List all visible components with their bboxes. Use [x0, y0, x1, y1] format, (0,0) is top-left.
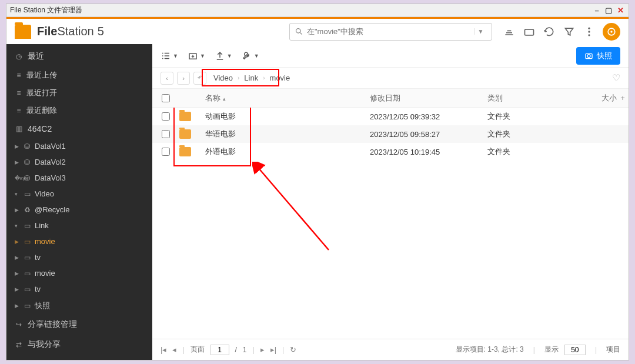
select-all-checkbox[interactable] — [162, 94, 170, 102]
column-header-size[interactable]: 大小 — [570, 93, 617, 103]
chevron-right-icon: ▶ — [15, 255, 19, 261]
per-page-input[interactable] — [564, 345, 586, 355]
tools-button[interactable]: ▼ — [242, 51, 259, 61]
disk-icon: ⛁ — [23, 158, 31, 166]
row-checkbox[interactable] — [162, 130, 170, 138]
header-action-icons — [503, 23, 620, 41]
folder-icon: ▭ — [23, 238, 31, 246]
recycle-icon: ♻ — [23, 206, 31, 214]
folder-icon: ▭ — [23, 269, 31, 278]
nav-back-button[interactable]: ‹ — [161, 72, 173, 85]
disk-icon: ⛁ — [23, 174, 31, 182]
filter-icon[interactable] — [563, 25, 576, 38]
sidebar-item-tv[interactable]: ▶▭tv — [6, 281, 152, 297]
chevron-right-icon: ▶ — [15, 286, 19, 292]
chevron-right-icon: ▶ — [15, 271, 19, 276]
annotation-box-breadcrumb — [202, 69, 279, 86]
window-titlebar[interactable]: File Station 文件管理器 – ▢ ✕ — [6, 4, 629, 17]
svg-point-5 — [588, 34, 590, 36]
page-number-input[interactable] — [210, 345, 229, 355]
search-box[interactable]: ▼ — [289, 23, 492, 41]
file-list-header: 名称▴ 修改日期 类别 大小 + — [152, 89, 629, 108]
window-title: File Station 文件管理器 — [10, 5, 82, 15]
content-pane: ▼ ▼ ▼ ▼ 快照 ‹ › ↶ Video › Link › movie ♡ — [152, 44, 629, 360]
file-list-body: 动画电影 2023/12/05 09:39:32 文件夹 华语电影 2023/1… — [152, 108, 629, 339]
sidebar-item-datavol1[interactable]: ▶⛁DataVol1 — [6, 138, 152, 154]
content-toolbar: ▼ ▼ ▼ ▼ 快照 — [152, 44, 629, 68]
upload-button[interactable]: ▼ — [215, 51, 232, 61]
svg-point-7 — [610, 31, 612, 32]
app-logo-icon — [15, 25, 31, 39]
main-body: ◷最近 ≡最近上传 ≡最近打开 ≡最近删除 ▥464C2 ▶⛁DataVol1 … — [6, 44, 629, 360]
create-button[interactable]: ▼ — [188, 51, 205, 61]
row-checkbox[interactable] — [162, 148, 170, 156]
favorite-icon[interactable]: ♡ — [612, 72, 620, 84]
svg-point-4 — [588, 31, 590, 32]
pagination-footer: |◂ ◂ | 页面 /1 | ▸ ▸| | ↻ 显示项目: 1-3, 总计: 3… — [152, 339, 629, 360]
sidebar-item-datavol3[interactable]: �күн⛁DataVol3 — [6, 170, 152, 186]
folder-icon: ▭ — [23, 190, 31, 198]
sidebar-item-movie[interactable]: ▶▭movie — [6, 265, 152, 281]
window-maximize-button[interactable]: ▢ — [604, 6, 613, 15]
list-icon: ≡ — [15, 89, 23, 97]
sidebar-item-snapshot[interactable]: ▶▭快照 — [6, 297, 152, 315]
share-icon: ↪ — [15, 320, 23, 329]
chevron-right-icon: ▶ — [15, 159, 19, 165]
chevron-right-icon: ▶ — [15, 239, 19, 245]
chevron-down-icon: �күн — [15, 175, 19, 181]
chevron-right-icon: ▶ — [15, 303, 19, 309]
chevron-right-icon: ▶ — [15, 143, 19, 149]
snapshot-button[interactable]: 快照 — [576, 47, 620, 65]
sidebar-item-recycle[interactable]: ▶♻@Recycle — [6, 202, 152, 218]
breadcrumb-bar: ‹ › ↶ Video › Link › movie ♡ — [152, 68, 629, 89]
smart-share-icon[interactable] — [523, 25, 536, 38]
page-prev-button[interactable]: ◂ — [172, 345, 176, 354]
page-refresh-button[interactable]: ↻ — [290, 345, 296, 354]
view-mode-button[interactable]: ▼ — [161, 51, 178, 61]
row-checkbox[interactable] — [162, 112, 170, 121]
folder-icon: ▭ — [23, 285, 31, 293]
sidebar-section-webdav[interactable]: ◉WebDAV — [6, 355, 152, 360]
remote-mount-icon[interactable] — [503, 25, 516, 38]
status-item-count: 显示项目: 1-3, 总计: 3 — [456, 345, 524, 355]
search-input[interactable] — [307, 27, 470, 36]
page-first-button[interactable]: |◂ — [161, 345, 166, 354]
column-header-type[interactable]: 类别 — [487, 93, 570, 103]
sidebar-tree[interactable]: ◷最近 ≡最近上传 ≡最近打开 ≡最近删除 ▥464C2 ▶⛁DataVol1 … — [6, 44, 152, 360]
add-column-button[interactable]: + — [617, 93, 629, 102]
sidebar-item-recent-open[interactable]: ≡最近打开 — [6, 84, 152, 102]
column-header-modified[interactable]: 修改日期 — [370, 93, 487, 103]
window-minimize-button[interactable]: – — [592, 6, 601, 15]
annotation-box-folders — [173, 108, 251, 166]
sidebar-item-link[interactable]: ▾▭Link — [6, 218, 152, 233]
column-header-name[interactable]: 名称▴ — [205, 93, 370, 103]
app-logo-text: FileStation5 — [37, 25, 104, 38]
people-icon: ⇄ — [15, 340, 23, 349]
sidebar-item-datavol2[interactable]: ▶⛁DataVol2 — [6, 154, 152, 170]
sidebar-section-host[interactable]: ▥464C2 — [6, 119, 152, 138]
search-dropdown-toggle[interactable]: ▼ — [474, 28, 487, 35]
sidebar-item-tv-link[interactable]: ▶▭tv — [6, 249, 152, 265]
server-icon: ▥ — [15, 125, 23, 133]
clock-icon: ◷ — [15, 52, 23, 61]
svg-rect-2 — [525, 29, 534, 35]
page-last-button[interactable]: ▸| — [270, 345, 276, 354]
list-icon: ≡ — [15, 106, 23, 115]
sidebar-item-video[interactable]: ▾▭Video — [6, 186, 152, 202]
more-menu-icon[interactable] — [583, 25, 596, 38]
folder-icon: ▭ — [23, 222, 31, 230]
sidebar-section-sharelink[interactable]: ↪分享链接管理 — [6, 315, 152, 335]
sidebar-section-shared-with-me[interactable]: ⇄与我分享 — [6, 335, 152, 355]
svg-line-11 — [258, 168, 329, 250]
refresh-icon[interactable] — [543, 25, 556, 38]
network-media-icon[interactable] — [603, 23, 620, 41]
sidebar-section-recent[interactable]: ◷最近 — [6, 46, 152, 66]
sidebar-item-recent-delete[interactable]: ≡最近删除 — [6, 102, 152, 119]
page-next-button[interactable]: ▸ — [260, 345, 265, 354]
sidebar-item-recent-upload[interactable]: ≡最近上传 — [6, 66, 152, 84]
nav-forward-button[interactable]: › — [177, 72, 190, 85]
sidebar-item-movie-link[interactable]: ▶▭movie — [6, 233, 152, 249]
window-close-button[interactable]: ✕ — [616, 6, 625, 15]
svg-point-0 — [296, 29, 301, 34]
chevron-right-icon: ▶ — [15, 207, 19, 213]
